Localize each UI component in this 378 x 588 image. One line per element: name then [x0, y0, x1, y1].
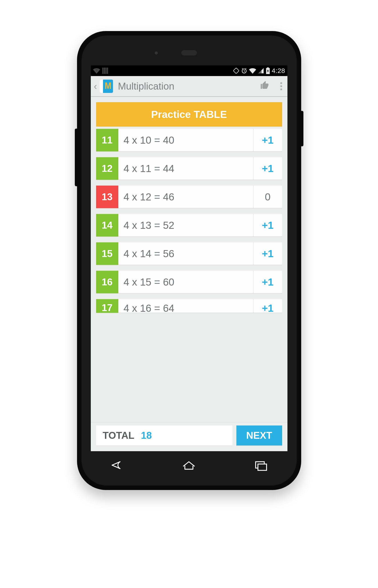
row-score: +1 [253, 214, 282, 237]
svg-rect-8 [267, 67, 269, 68]
total-label: TOTAL [103, 430, 135, 441]
row-equation: 4 x 11 = 44 [118, 157, 253, 180]
wifi-dim-icon: ? [93, 68, 100, 74]
action-bar: ‹ M Multiplication [91, 76, 287, 97]
row-equation: 4 x 10 = 40 [118, 129, 253, 152]
row-equation: 4 x 14 = 56 [118, 242, 253, 265]
content-area: Practice TABLE 114 x 10 = 40+1124 x 11 =… [91, 97, 287, 451]
nav-back-button[interactable] [108, 459, 126, 473]
proximity-sensor [155, 51, 158, 54]
svg-rect-1 [102, 68, 103, 74]
barcode-icon [102, 68, 109, 74]
row-equation: 4 x 16 = 64 [118, 299, 253, 313]
answer-row[interactable]: 154 x 14 = 56+1 [96, 242, 282, 265]
nav-home-button[interactable] [180, 459, 198, 473]
svg-rect-4 [107, 68, 108, 74]
next-button[interactable]: NEXT [236, 425, 282, 446]
battery-charging-icon [266, 67, 270, 74]
page-title: Multiplication [118, 81, 252, 92]
answer-row[interactable]: 114 x 10 = 40+1 [96, 129, 282, 152]
row-number-badge: 17 [96, 299, 118, 313]
row-score: 0 [253, 186, 282, 208]
overflow-menu-button[interactable] [277, 82, 285, 90]
status-clock: 4:28 [272, 67, 285, 75]
answer-row[interactable]: 134 x 12 = 460 [96, 186, 282, 208]
svg-rect-2 [104, 68, 105, 74]
answer-row[interactable]: 164 x 15 = 60+1 [96, 271, 282, 293]
svg-rect-3 [106, 68, 107, 74]
total-value: 18 [141, 430, 152, 441]
section-header: Practice TABLE [96, 102, 282, 127]
status-bar: ? 4:28 [91, 65, 287, 76]
svg-rect-5 [233, 68, 239, 74]
svg-text:?: ? [96, 69, 97, 72]
phone-frame: ? 4:28 ‹ M Multiplic [77, 31, 301, 490]
footer-bar: TOTAL 18 NEXT [91, 422, 287, 451]
earpiece [181, 50, 197, 55]
android-nav-bar [81, 455, 297, 477]
nav-recent-button[interactable] [252, 459, 270, 473]
row-number-badge: 16 [96, 271, 118, 293]
row-equation: 4 x 15 = 60 [118, 271, 253, 293]
row-equation: 4 x 12 = 46 [118, 186, 253, 208]
thumbs-up-button[interactable] [254, 80, 275, 92]
signal-icon [258, 68, 264, 74]
svg-rect-10 [258, 464, 267, 471]
volume-button [75, 128, 78, 186]
total-box: TOTAL 18 [96, 425, 233, 446]
app-icon[interactable]: M [100, 80, 113, 93]
wifi-icon [249, 68, 256, 74]
row-score: +1 [253, 299, 282, 313]
row-number-badge: 12 [96, 157, 118, 180]
answer-row[interactable]: 174 x 16 = 64+1 [96, 299, 282, 313]
rotate-icon [233, 68, 239, 74]
row-number-badge: 15 [96, 242, 118, 265]
answer-row[interactable]: 144 x 13 = 52+1 [96, 214, 282, 237]
power-button [301, 111, 303, 146]
row-score: +1 [253, 157, 282, 180]
row-score: +1 [253, 271, 282, 293]
row-number-badge: 13 [96, 186, 118, 208]
row-number-badge: 11 [96, 129, 118, 152]
answer-list[interactable]: 114 x 10 = 40+1124 x 11 = 44+1134 x 12 =… [96, 129, 282, 313]
row-score: +1 [253, 242, 282, 265]
alarm-icon [241, 68, 247, 74]
row-equation: 4 x 13 = 52 [118, 214, 253, 237]
row-score: +1 [253, 129, 282, 152]
answer-row[interactable]: 124 x 11 = 44+1 [96, 157, 282, 180]
row-number-badge: 14 [96, 214, 118, 237]
screen: ? 4:28 ‹ M Multiplic [91, 65, 287, 451]
back-button[interactable]: ‹ [92, 81, 98, 92]
